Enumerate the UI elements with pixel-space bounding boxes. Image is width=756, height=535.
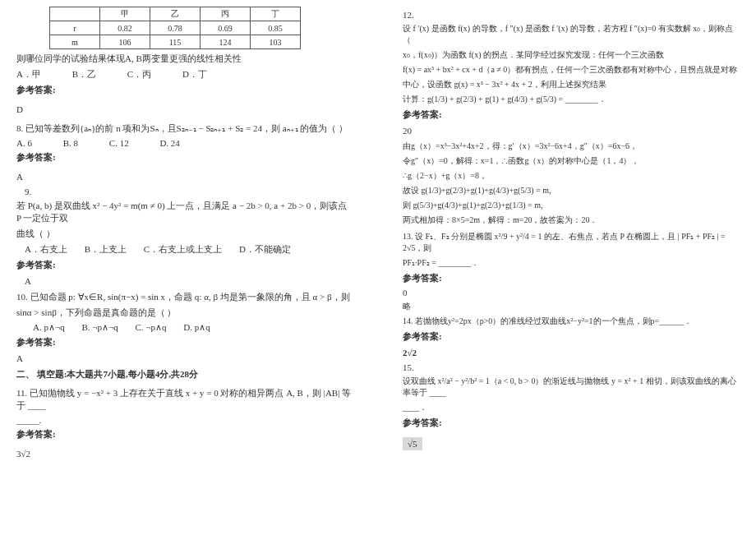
seg: )+g( [498, 201, 512, 210]
data-table: 甲 乙 丙 丁 r 0.82 0.78 0.69 0.85 m 106 115 … [49, 7, 301, 49]
opt-d: D. 24 [159, 138, 179, 148]
opt-a: A．右支上 [25, 243, 67, 256]
opt-c: C. ¬p∧q [135, 322, 166, 333]
page: 甲 乙 丙 丁 r 0.82 0.78 0.69 0.85 m 106 115 … [0, 0, 756, 535]
q7-options: A．甲 B．乙 C．丙 D．丁 [16, 68, 353, 81]
seg: 计算：g( [403, 95, 434, 104]
q10-stem2: sinα > sinβ，下列命题是真命题的是（ ） [16, 307, 353, 319]
q9-answer: A [16, 276, 353, 286]
q14-stem: 14. 若抛物线y²=2px（p>0）的准线经过双曲线x²−y²=1的一个焦点，… [403, 316, 740, 327]
q15-title: 15. [403, 362, 740, 372]
section-2-title: 二、 填空题:本大题共7小题,每小题4分,共28分 [16, 368, 353, 380]
q10-answer: A [16, 353, 353, 363]
opt-a: A. p∧¬q [33, 322, 65, 333]
q13-answer2: 略 [403, 301, 740, 312]
q12-l4: 中心，设函数 g(x) = x³ − 3x² + 4x + 2，利用上述探究结果 [403, 79, 740, 90]
opt-a: A．甲 [16, 68, 41, 81]
q15-l2: ____． [403, 402, 740, 413]
opt-b: B．乙 [72, 68, 96, 81]
table-row: m 106 115 124 103 [50, 35, 301, 49]
q7-intro: 则哪位同学的试验结果体现A, B两变量更强的线性相关性 [16, 53, 353, 65]
left-column: 甲 乙 丙 丁 r 0.82 0.78 0.69 0.85 m 106 115 … [0, 0, 378, 535]
th-yi: 乙 [150, 7, 201, 21]
opt-b: B．上支上 [85, 243, 127, 256]
table-row: 甲 乙 丙 丁 [50, 7, 301, 21]
opt-d: D．丁 [182, 68, 207, 81]
answer-label: 参考答案: [16, 84, 353, 96]
opt-b: B. ¬p∧¬q [81, 322, 118, 333]
seg: ) = m, [523, 201, 542, 210]
q15-answer: √5 [403, 437, 422, 450]
q11-blankline: _____. [16, 415, 353, 425]
opt-b: B. 8 [63, 138, 78, 148]
q11-stem: 11. 已知抛物线 y = −x² + 3 上存在关于直线 x + y = 0 … [16, 387, 353, 412]
opt-c: C．右支上或上支上 [144, 243, 222, 256]
th-blank [50, 7, 100, 21]
th-bing: 丙 [201, 7, 251, 21]
seg: ) = m, [531, 186, 551, 195]
answer-label: 参考答案: [16, 428, 353, 440]
q7-answer: D [16, 104, 353, 114]
right-column: 12. 设 f ′(x) 是函数 f(x) 的导数，f ″(x) 是函数 f ′… [378, 0, 756, 535]
q12-expl2: 令g″（x）=0，解得：x=1，∴函数g（x）的对称中心是（1，4）， [403, 155, 740, 167]
q12-answer: 20 [403, 126, 740, 136]
seg: )+g( [439, 186, 453, 195]
seg: ) + g( [525, 95, 543, 104]
seg: )+g( [506, 186, 520, 195]
opt-c: C．丙 [127, 68, 151, 81]
opt-d: D．不能确定 [239, 243, 291, 256]
q13-l2: PF₁·PF₂ = ________． [403, 257, 740, 269]
q15-answer-wrap: √5 [403, 437, 740, 450]
q12-expl4b: 则 g(5/3)+g(4/3)+g(1)+g(2/3)+g(1/3) = m, [403, 200, 740, 211]
opt-c: C. 12 [109, 138, 129, 148]
th-jia: 甲 [100, 7, 150, 21]
cell: r [50, 21, 100, 35]
q12-l1: 设 f ′(x) 是函数 f(x) 的导数，f ″(x) 是函数 f ′(x) … [403, 23, 740, 46]
q15-l1: 设双曲线 x²/a² − y²/b² = 1（a < 0, b > 0）的渐近线… [403, 376, 740, 399]
seg: )+g(1)+g( [455, 201, 488, 210]
seg: )+g( [431, 201, 445, 210]
answer-label: 参考答案: [16, 259, 353, 271]
seg: ) + g(1) + g( [473, 95, 514, 104]
answer-label: 参考答案: [16, 336, 353, 348]
q12-expl1: 由g（x）=x³−3x²+4x+2，得：g′（x）=3x²−6x+4，g″（x）… [403, 141, 740, 152]
answer-label: 参考答案: [403, 108, 740, 121]
q9-stem1: 若 P(a, b) 是双曲线 x² − 4y² = m(m ≠ 0) 上一点，且… [16, 200, 353, 224]
cell: 0.85 [251, 21, 301, 35]
q10-stem1: 10. 已知命题 p: ∀x∈R, sin(π−x) = sin x，命题 q:… [16, 291, 353, 303]
cell: 106 [100, 35, 150, 49]
cell: 0.82 [100, 21, 150, 35]
seg: ) + g( [445, 95, 463, 104]
th-ding: 丁 [251, 7, 301, 21]
table-row: r 0.82 0.78 0.69 0.85 [50, 21, 301, 35]
cell: m [50, 35, 100, 49]
q12-l3: f(x) = ax³ + bx² + cx + d（a ≠ 0）都有拐点，任何一… [403, 64, 740, 76]
q12-l5: 计算：g(1/3) + g(2/3) + g(1) + g(4/3) + g(5… [403, 94, 740, 105]
answer-label: 参考答案: [403, 272, 740, 284]
q9-stem2: 曲线（ ） [16, 228, 353, 240]
q9-options: A．右支上 B．上支上 C．右支上或上支上 D．不能确定 [16, 243, 353, 256]
seg: )+g(1)+g( [463, 186, 496, 195]
q8-options: A. 6 B. 8 C. 12 D. 24 [16, 138, 353, 148]
cell: 103 [251, 35, 301, 49]
q9-title: 9. [16, 187, 353, 196]
answer-label: 参考答案: [16, 151, 353, 164]
cell: 115 [150, 35, 201, 49]
answer-label: 参考答案: [403, 417, 740, 429]
answer-label: 参考答案: [403, 330, 740, 343]
q13-l1: 13. 设 F₁、F₂ 分别是椭圆 x²/9 + y²/4 = 1 的左、右焦点… [403, 231, 740, 254]
opt-a: A. 6 [16, 138, 32, 148]
q12-title: 12. [403, 10, 740, 20]
q12-expl3: ∴g（2−x）+g（x）=8， [403, 170, 740, 182]
seg: ) = ________． [554, 95, 606, 104]
opt-d: D. p∧q [183, 322, 210, 333]
cell: 124 [201, 35, 251, 49]
q8-stem: 8. 已知等差数列{aₙ}的前 n 项和为Sₙ，且S₂ₙ₋₁ − S₂ₙ₊₁ +… [16, 122, 353, 135]
q12-expl5: 两式相加得：8×5=2m，解得：m=20，故答案为：20． [403, 214, 740, 226]
q14-answer: 2√2 [403, 348, 740, 357]
q11-answer: 3√2 [16, 449, 353, 459]
q13-answer: 0 [403, 288, 740, 297]
cell: 0.69 [201, 21, 251, 35]
q8-answer: A [16, 172, 353, 182]
q10-options: A. p∧¬q B. ¬p∧¬q C. ¬p∧q D. p∧q [16, 322, 353, 333]
